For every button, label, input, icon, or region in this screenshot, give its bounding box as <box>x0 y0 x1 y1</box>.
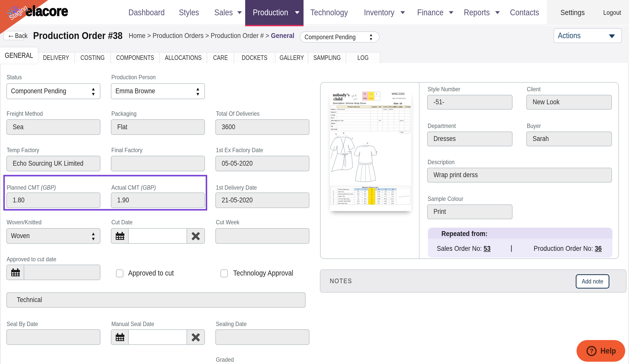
svg-text:Total: Total <box>400 132 403 133</box>
svg-text:Size: Size <box>379 106 382 108</box>
svg-text:29.5: 29.5 <box>364 198 366 200</box>
svg-text:37.2: 37.2 <box>377 203 380 204</box>
svg-text:Dina Animal: Dina Animal <box>337 109 345 110</box>
svg-text:12: 12 <box>378 189 379 190</box>
svg-text:Fabric 1: Fabric 1 <box>331 109 336 110</box>
svg-text:Fabric 2: Fabric 2 <box>331 111 336 113</box>
svg-text:C: C <box>333 196 334 197</box>
svg-text:F: F <box>376 151 377 153</box>
svg-text:grading stamp: grading stamp <box>399 195 409 198</box>
svg-text:36: 36 <box>371 203 373 204</box>
svg-text:Fit: Fit <box>364 93 366 95</box>
svg-text:Fuse: Fuse <box>331 117 334 119</box>
svg-text:Green: Green <box>383 109 387 110</box>
svg-text:Measure Chart in cm's: Measure Chart in cm's <box>362 187 378 188</box>
svg-text:A: A <box>333 191 334 192</box>
svg-text:6: 6 <box>358 189 359 190</box>
svg-text:110cm: 110cm <box>400 120 404 121</box>
svg-text:Lining: Lining <box>331 114 335 116</box>
svg-text:8.7: 8.7 <box>385 196 387 197</box>
svg-text:10: 10 <box>371 189 373 190</box>
svg-text:8: 8 <box>371 196 372 197</box>
svg-text:9.8: 9.8 <box>364 191 366 192</box>
svg-text:34.4: 34.4 <box>357 193 360 195</box>
svg-text:10: 10 <box>371 191 373 192</box>
svg-text:34.4: 34.4 <box>357 203 360 204</box>
svg-text:B: B <box>343 132 344 134</box>
svg-text:15.4: 15.4 <box>357 201 360 202</box>
svg-text:1/4": 1/4" <box>379 120 381 121</box>
svg-text:38.4: 38.4 <box>384 193 387 195</box>
svg-text:8: 8 <box>365 189 365 190</box>
svg-text:10.7: 10.7 <box>385 191 387 192</box>
svg-text:E: E <box>333 201 334 202</box>
svg-text:KEYHOLE THE BACK: KEYHOLE THE BACK <box>330 146 335 159</box>
svg-text:E: E <box>367 142 368 144</box>
svg-text:16.6: 16.6 <box>384 201 387 202</box>
svg-text:34.75: 34.75 <box>384 198 387 200</box>
svg-text:Finished Measures:: Finished Measures: <box>338 189 349 190</box>
svg-text:?: ? <box>590 347 594 354</box>
svg-text:9.6: 9.6 <box>357 191 359 192</box>
svg-text:Qty: Qty <box>400 106 403 108</box>
svg-text:Description: Simone Wrap Dress: Description: Simone Wrap Dress <box>333 102 366 105</box>
svg-text:9.3: 9.3 <box>392 196 394 197</box>
svg-text:Supplier: Supplier <box>372 106 377 108</box>
svg-text:8.35: 8.35 <box>378 196 380 197</box>
svg-text:Colour: Colour <box>383 106 388 108</box>
svg-text:31: 31 <box>371 198 373 200</box>
svg-text:RE-CUT WNC2121: RE-CUT WNC2121 <box>392 98 406 99</box>
svg-text:16: 16 <box>392 189 394 190</box>
svg-text:1/2 BACK NECK BIND: 1/2 BACK NECK BIND <box>338 201 351 202</box>
svg-text:140CM: 140CM <box>388 109 393 110</box>
svg-text:Self Inside Bind From Neck:: Self Inside Bind From Neck: <box>338 193 353 195</box>
svg-text:Gather Yoke:: Gather Yoke: <box>338 196 345 197</box>
svg-text:17.5: 17.5 <box>351 94 357 98</box>
svg-text:32.88: 32.88 <box>377 198 380 200</box>
svg-text:1/2 Front Waist Tape:: 1/2 Front Waist Tape: <box>338 198 350 200</box>
svg-text:STG: STG <box>353 98 358 101</box>
svg-text:7.8: 7.8 <box>364 196 366 197</box>
svg-text:35.2: 35.2 <box>364 193 366 195</box>
svg-text:F: F <box>333 203 334 204</box>
svg-text:Tape Yoke:: Tape Yoke: <box>338 191 344 192</box>
svg-text:Stay Tape: Stay Tape <box>337 120 344 121</box>
svg-text:2: 2 <box>376 93 377 95</box>
svg-text:37.2: 37.2 <box>377 193 380 195</box>
svg-text:36: 36 <box>371 193 373 195</box>
svg-text:1: 1 <box>371 93 372 95</box>
svg-text:Stay Tape: Stay Tape <box>331 120 337 121</box>
svg-text:28: 28 <box>358 198 359 200</box>
svg-text:C: C <box>352 138 353 139</box>
svg-text:Date: Date <box>363 97 367 99</box>
svg-text:Elastic: Elastic <box>331 123 335 124</box>
svg-text:Size: 10: Size: 10 <box>394 102 402 105</box>
svg-text:re-cut: re-cut <box>369 98 373 99</box>
svg-text:39.8: 39.8 <box>391 203 394 204</box>
svg-text:11.3: 11.3 <box>391 191 394 192</box>
svg-text:D: D <box>333 198 334 200</box>
svg-text:38.4: 38.4 <box>384 203 387 204</box>
svg-text:←3cm+¼": ←3cm+¼" <box>347 151 352 152</box>
svg-text:child: child <box>333 97 343 101</box>
svg-text:16.3: 16.3 <box>377 201 380 202</box>
svg-text:16: 16 <box>371 201 373 202</box>
svg-text:Zip Grade: Zip Grade <box>331 128 337 130</box>
svg-text:WNC2202: WNC2202 <box>392 92 405 95</box>
svg-text:Product reference: Product reference <box>348 106 360 108</box>
svg-text:Costing: Costing <box>405 106 411 108</box>
svg-text:Price p/m: Price p/m <box>395 106 401 108</box>
svg-text:16.9: 16.9 <box>391 201 394 202</box>
svg-text:Zip: Zip <box>331 125 333 127</box>
svg-text:37.37: 37.37 <box>391 198 394 200</box>
svg-text:Back Waist Tape:: Back Waist Tape: <box>338 203 348 204</box>
svg-text:39.8: 39.8 <box>391 193 394 195</box>
svg-text:10.35: 10.35 <box>377 191 380 192</box>
svg-text:35.2: 35.2 <box>364 203 366 204</box>
svg-text:7.6: 7.6 <box>357 196 359 197</box>
svg-text:A: A <box>335 133 337 135</box>
svg-text:14: 14 <box>385 189 387 190</box>
svg-text:15.7: 15.7 <box>364 201 366 202</box>
svg-text:B: B <box>333 193 334 195</box>
